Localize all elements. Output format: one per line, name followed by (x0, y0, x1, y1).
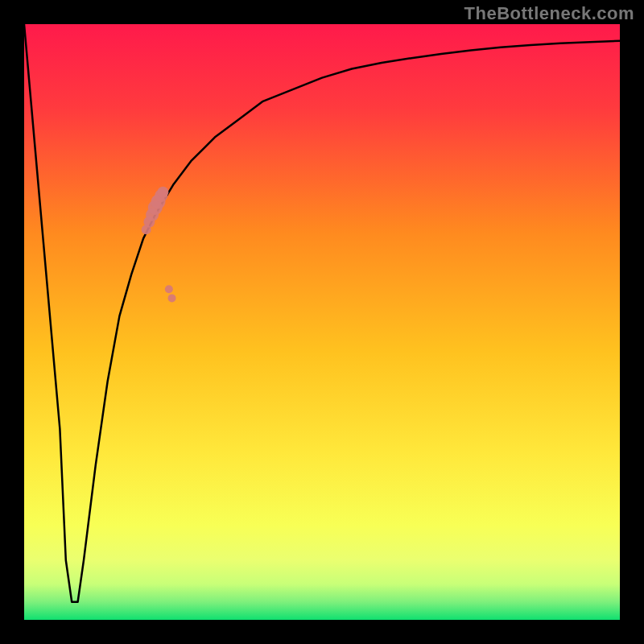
chart-frame: TheBottleneck.com (0, 0, 644, 644)
highlight-dot (157, 187, 168, 198)
plot-area (24, 24, 620, 620)
highlight-dot (165, 285, 173, 293)
watermark-text: TheBottleneck.com (464, 3, 634, 24)
chart-svg (24, 24, 620, 620)
gradient-background (24, 24, 620, 620)
highlight-dot (168, 294, 176, 302)
